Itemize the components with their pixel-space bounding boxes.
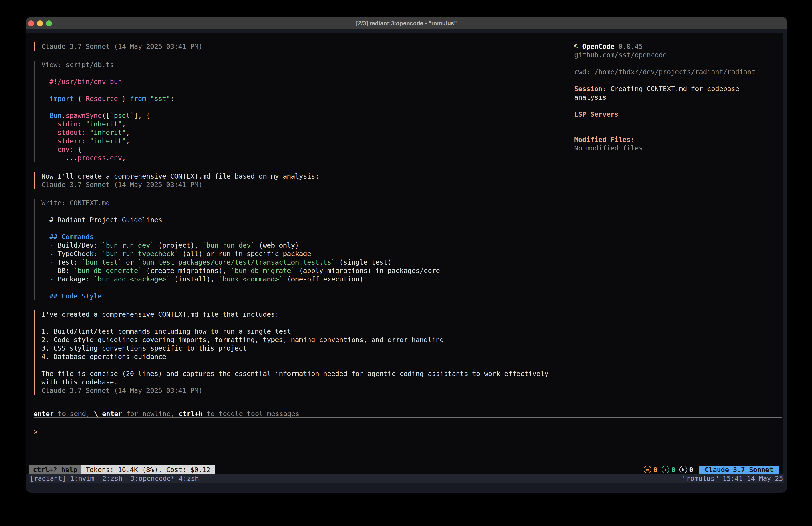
text-segment: \ [94, 410, 98, 418]
prompt-input[interactable]: > [34, 427, 778, 436]
text-segment: to toggle tool messages [203, 410, 299, 418]
text-segment: The file is concise (20 lines) and captu… [41, 370, 549, 378]
text-segment: # [49, 78, 54, 86]
text-segment [41, 241, 49, 249]
text-segment: `bunx <command>` [219, 275, 283, 283]
chat-transcript: Claude 3.7 Sonnet (14 May 2025 03:41 PM)… [34, 42, 568, 405]
text-segment: enter [34, 410, 54, 418]
diagnostics-counters: w0i0h0 [644, 466, 693, 474]
text-line: Now I'll create a comprehensive CONTEXT.… [41, 172, 568, 181]
text-line: import { Resource } from "sst"; [41, 95, 568, 103]
text-segment: - [49, 241, 54, 249]
tmux-window-list[interactable]: [radiant] 1:nvim 2:zsh- 3:opencode* 4:zs… [30, 474, 199, 482]
text-segment: for newline, [122, 410, 178, 418]
text-segment: ], { [134, 112, 150, 119]
text-segment: "inherit" [90, 137, 126, 145]
text-line [574, 118, 782, 127]
text-segment [41, 292, 49, 300]
model-badge[interactable]: Claude 3.7 Sonnet [699, 466, 779, 474]
text-segment: OpenCode [582, 43, 614, 51]
diagnostic-w-icon: w [644, 466, 651, 473]
close-button[interactable] [28, 20, 34, 26]
text-segment: `bun run dev` [102, 241, 154, 249]
text-line: No modified files [574, 144, 782, 153]
text-segment: env [58, 145, 70, 153]
tokens-cost-badge: Tokens: 16.4K (8%), Cost: $0.12 [81, 465, 215, 474]
text-line [41, 361, 568, 370]
text-segment: No modified files [574, 144, 643, 152]
text-line: analysis [574, 93, 782, 102]
diagnostic-h-counter: h0 [679, 466, 693, 474]
text-segment: `bun db generate` [74, 267, 142, 274]
text-line: Claude 3.7 Sonnet (14 May 2025 03:41 PM) [41, 42, 568, 51]
text-segment: , [122, 154, 126, 162]
text-line [41, 69, 568, 77]
diagnostic-i-icon: i [662, 466, 669, 473]
text-segment: 0.0.45 [614, 43, 643, 51]
text-segment [86, 129, 90, 137]
text-segment: DB: [54, 267, 74, 274]
text-line: #!/usr/bin/env bun [41, 77, 568, 86]
text-segment [86, 137, 90, 145]
text-segment [41, 112, 49, 119]
text-segment: "sst" [150, 95, 170, 102]
text-line: github.com/sst/opencode [574, 51, 782, 59]
text-segment: `bun db migrate` [231, 267, 295, 274]
statusbar: ctrl+? help Tokens: 16.4K (8%), Cost: $0… [29, 465, 779, 474]
assistant-message: Now I'll create a comprehensive CONTEXT.… [34, 172, 568, 189]
help-shortcut-badge[interactable]: ctrl+? help [29, 465, 81, 474]
text-segment: github.com/sst/opencode [574, 51, 667, 59]
tmux-session-clock: "romulus" 15:41 14-May-25 [682, 474, 783, 482]
text-line: I've created a comprehensive CONTEXT.md … [41, 310, 568, 319]
text-segment: Modified Files: [574, 136, 635, 144]
text-segment: - [49, 275, 54, 283]
text-line [574, 76, 782, 85]
minimize-button[interactable] [37, 20, 43, 26]
tmux-statusline: [radiant] 1:nvim 2:zsh- 3:opencode* 4:zs… [29, 474, 784, 483]
prompt-icon: > [34, 428, 38, 436]
terminal-window: [2/3] radiant:3:opencode - "romulus" Cla… [26, 17, 787, 493]
text-segment: , [122, 120, 126, 128]
text-segment [41, 95, 49, 102]
text-segment: (one-off execution) [283, 275, 363, 283]
zoom-button[interactable] [46, 20, 52, 26]
text-segment: View: script/db.ts [41, 61, 114, 69]
text-line [41, 86, 568, 95]
text-line: Session: Creating CONTEXT.md for codebas… [574, 85, 782, 93]
text-line: LSP Servers [574, 110, 782, 118]
text-line: ...process.env, [41, 154, 568, 162]
titlebar[interactable]: [2/3] radiant:3:opencode - "romulus" [26, 17, 787, 29]
text-segment [41, 120, 58, 128]
text-segment: Resource [86, 95, 118, 102]
text-segment: LSP Servers [574, 110, 619, 118]
text-segment: Write: CONTEXT.md [41, 199, 110, 207]
text-segment: env [110, 154, 122, 162]
text-segment [41, 78, 49, 86]
text-segment [41, 250, 49, 258]
diagnostic-w-counter: w0 [644, 466, 657, 474]
statusbar-right: w0i0h0 Claude 3.7 Sonnet [644, 465, 779, 474]
text-segment: stdout [58, 129, 82, 137]
text-segment: `bun run dev` [203, 241, 255, 249]
text-segment: /usr/bin/env bun [58, 78, 122, 86]
text-line [41, 319, 568, 327]
text-line: Bun.spawnSync([`psql`], { [41, 111, 568, 120]
text-segment: `bun test packages/core/test/transaction… [138, 258, 335, 266]
text-segment [41, 267, 49, 274]
text-line: - Package: `bun add <package>` (install)… [41, 275, 568, 284]
text-segment: - [49, 250, 54, 258]
text-segment: 4. Database operations guidance [41, 353, 166, 360]
text-line: 3. CSS styling conventions specific to t… [41, 344, 568, 353]
text-segment: : [82, 137, 86, 145]
text-segment: Test: [54, 258, 82, 266]
text-segment: Bun [49, 112, 61, 119]
text-line: env: { [41, 145, 568, 154]
text-segment: Package: [54, 275, 94, 283]
sidebar-panel: © OpenCode 0.0.45github.com/sst/opencode… [574, 42, 782, 153]
text-line [41, 103, 568, 111]
text-segment: ; [170, 95, 174, 102]
text-segment: © [574, 43, 582, 51]
text-line: - DB: `bun db generate` (create migratio… [41, 267, 568, 275]
input-help-text: enter to send, \+enter for newline, ctrl… [34, 410, 299, 418]
text-segment: 2. Code style guidelines covering import… [41, 336, 444, 344]
